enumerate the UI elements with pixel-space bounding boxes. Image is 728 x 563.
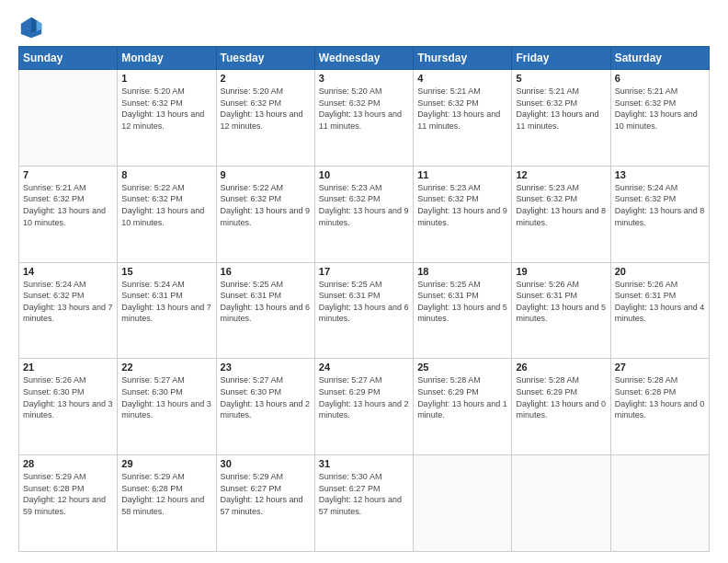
day-info: Sunrise: 5:24 AMSunset: 6:32 PMDaylight:… bbox=[23, 280, 113, 324]
day-info: Sunrise: 5:20 AMSunset: 6:32 PMDaylight:… bbox=[319, 86, 402, 131]
day-number: 16 bbox=[221, 266, 311, 277]
day-number: 18 bbox=[417, 266, 507, 277]
calendar-week-row: 28 Sunrise: 5:29 AMSunset: 6:28 PMDaylig… bbox=[19, 455, 710, 552]
weekday-header: Wednesday bbox=[314, 47, 413, 70]
day-info: Sunrise: 5:21 AMSunset: 6:32 PMDaylight:… bbox=[23, 183, 106, 227]
day-number: 13 bbox=[615, 169, 705, 180]
day-info: Sunrise: 5:26 AMSunset: 6:30 PMDaylight:… bbox=[23, 375, 113, 419]
header bbox=[18, 15, 710, 40]
day-number: 6 bbox=[615, 73, 705, 84]
logo-icon bbox=[18, 15, 44, 40]
calendar-cell: 26 Sunrise: 5:28 AMSunset: 6:29 PMDaylig… bbox=[512, 359, 610, 455]
calendar-cell: 31 Sunrise: 5:30 AMSunset: 6:27 PMDaylig… bbox=[314, 455, 413, 552]
day-info: Sunrise: 5:27 AMSunset: 6:30 PMDaylight:… bbox=[121, 375, 211, 419]
day-number: 27 bbox=[615, 362, 705, 373]
calendar-cell: 28 Sunrise: 5:29 AMSunset: 6:28 PMDaylig… bbox=[19, 455, 118, 552]
day-info: Sunrise: 5:27 AMSunset: 6:29 PMDaylight:… bbox=[319, 375, 409, 419]
day-number: 14 bbox=[23, 266, 113, 277]
day-number: 7 bbox=[23, 169, 113, 180]
day-number: 2 bbox=[221, 73, 311, 84]
calendar-cell: 24 Sunrise: 5:27 AMSunset: 6:29 PMDaylig… bbox=[314, 359, 413, 455]
day-number: 30 bbox=[221, 458, 311, 469]
day-info: Sunrise: 5:29 AMSunset: 6:27 PMDaylight:… bbox=[221, 472, 303, 516]
day-number: 22 bbox=[121, 362, 211, 373]
calendar-cell: 7 Sunrise: 5:21 AMSunset: 6:32 PMDayligh… bbox=[19, 166, 118, 262]
day-info: Sunrise: 5:26 AMSunset: 6:31 PMDaylight:… bbox=[615, 280, 705, 324]
calendar-cell bbox=[610, 455, 709, 552]
day-number: 31 bbox=[319, 458, 409, 469]
day-info: Sunrise: 5:29 AMSunset: 6:28 PMDaylight:… bbox=[23, 472, 106, 516]
page: SundayMondayTuesdayWednesdayThursdayFrid… bbox=[0, 0, 728, 563]
calendar-cell: 23 Sunrise: 5:27 AMSunset: 6:30 PMDaylig… bbox=[216, 359, 314, 455]
calendar-cell: 1 Sunrise: 5:20 AMSunset: 6:32 PMDayligh… bbox=[118, 70, 216, 167]
calendar-cell: 25 Sunrise: 5:28 AMSunset: 6:29 PMDaylig… bbox=[414, 359, 512, 455]
calendar-cell: 12 Sunrise: 5:23 AMSunset: 6:32 PMDaylig… bbox=[512, 166, 610, 262]
day-info: Sunrise: 5:21 AMSunset: 6:32 PMDaylight:… bbox=[516, 86, 598, 131]
calendar-cell: 15 Sunrise: 5:24 AMSunset: 6:31 PMDaylig… bbox=[118, 262, 216, 359]
day-number: 9 bbox=[221, 169, 311, 180]
weekday-header: Saturday bbox=[610, 47, 709, 70]
day-info: Sunrise: 5:24 AMSunset: 6:32 PMDaylight:… bbox=[615, 183, 705, 227]
calendar-cell: 17 Sunrise: 5:25 AMSunset: 6:31 PMDaylig… bbox=[314, 262, 413, 359]
day-info: Sunrise: 5:22 AMSunset: 6:32 PMDaylight:… bbox=[121, 183, 204, 227]
day-number: 24 bbox=[319, 362, 409, 373]
day-number: 20 bbox=[615, 266, 705, 277]
day-info: Sunrise: 5:25 AMSunset: 6:31 PMDaylight:… bbox=[221, 280, 311, 324]
calendar-cell bbox=[414, 455, 512, 552]
day-number: 19 bbox=[516, 266, 606, 277]
day-info: Sunrise: 5:23 AMSunset: 6:32 PMDaylight:… bbox=[319, 183, 409, 227]
day-number: 11 bbox=[417, 169, 507, 180]
day-info: Sunrise: 5:30 AMSunset: 6:27 PMDaylight:… bbox=[319, 472, 402, 516]
calendar-cell: 9 Sunrise: 5:22 AMSunset: 6:32 PMDayligh… bbox=[216, 166, 314, 262]
day-number: 12 bbox=[516, 169, 606, 180]
calendar-week-row: 21 Sunrise: 5:26 AMSunset: 6:30 PMDaylig… bbox=[19, 359, 710, 455]
weekday-header: Tuesday bbox=[216, 47, 314, 70]
calendar-cell: 5 Sunrise: 5:21 AMSunset: 6:32 PMDayligh… bbox=[512, 70, 610, 167]
day-info: Sunrise: 5:23 AMSunset: 6:32 PMDaylight:… bbox=[417, 183, 507, 227]
day-info: Sunrise: 5:21 AMSunset: 6:32 PMDaylight:… bbox=[615, 86, 698, 131]
day-number: 1 bbox=[121, 73, 211, 84]
day-number: 5 bbox=[516, 73, 606, 84]
day-info: Sunrise: 5:27 AMSunset: 6:30 PMDaylight:… bbox=[221, 375, 311, 419]
day-number: 17 bbox=[319, 266, 409, 277]
weekday-header: Friday bbox=[512, 47, 610, 70]
calendar-cell: 30 Sunrise: 5:29 AMSunset: 6:27 PMDaylig… bbox=[216, 455, 314, 552]
calendar-cell: 11 Sunrise: 5:23 AMSunset: 6:32 PMDaylig… bbox=[414, 166, 512, 262]
day-info: Sunrise: 5:28 AMSunset: 6:29 PMDaylight:… bbox=[516, 375, 606, 419]
day-number: 15 bbox=[121, 266, 211, 277]
calendar-cell: 27 Sunrise: 5:28 AMSunset: 6:28 PMDaylig… bbox=[610, 359, 709, 455]
day-info: Sunrise: 5:20 AMSunset: 6:32 PMDaylight:… bbox=[121, 86, 204, 131]
calendar-cell: 4 Sunrise: 5:21 AMSunset: 6:32 PMDayligh… bbox=[414, 70, 512, 167]
calendar-week-row: 7 Sunrise: 5:21 AMSunset: 6:32 PMDayligh… bbox=[19, 166, 710, 262]
day-number: 28 bbox=[23, 458, 113, 469]
day-info: Sunrise: 5:25 AMSunset: 6:31 PMDaylight:… bbox=[417, 280, 507, 324]
day-number: 4 bbox=[417, 73, 507, 84]
day-info: Sunrise: 5:29 AMSunset: 6:28 PMDaylight:… bbox=[121, 472, 204, 516]
day-info: Sunrise: 5:28 AMSunset: 6:28 PMDaylight:… bbox=[615, 375, 705, 419]
logo bbox=[18, 15, 48, 40]
calendar-cell: 3 Sunrise: 5:20 AMSunset: 6:32 PMDayligh… bbox=[314, 70, 413, 167]
weekday-header: Sunday bbox=[19, 47, 118, 70]
day-number: 23 bbox=[221, 362, 311, 373]
day-number: 25 bbox=[417, 362, 507, 373]
day-info: Sunrise: 5:21 AMSunset: 6:32 PMDaylight:… bbox=[417, 86, 500, 131]
calendar-cell: 6 Sunrise: 5:21 AMSunset: 6:32 PMDayligh… bbox=[610, 70, 709, 167]
calendar-week-row: 1 Sunrise: 5:20 AMSunset: 6:32 PMDayligh… bbox=[19, 70, 710, 167]
day-info: Sunrise: 5:24 AMSunset: 6:31 PMDaylight:… bbox=[121, 280, 211, 324]
calendar-cell: 8 Sunrise: 5:22 AMSunset: 6:32 PMDayligh… bbox=[118, 166, 216, 262]
day-info: Sunrise: 5:26 AMSunset: 6:31 PMDaylight:… bbox=[516, 280, 606, 324]
day-number: 3 bbox=[319, 73, 409, 84]
day-number: 8 bbox=[121, 169, 211, 180]
calendar-cell: 16 Sunrise: 5:25 AMSunset: 6:31 PMDaylig… bbox=[216, 262, 314, 359]
calendar-cell: 21 Sunrise: 5:26 AMSunset: 6:30 PMDaylig… bbox=[19, 359, 118, 455]
calendar-cell: 10 Sunrise: 5:23 AMSunset: 6:32 PMDaylig… bbox=[314, 166, 413, 262]
calendar-cell: 13 Sunrise: 5:24 AMSunset: 6:32 PMDaylig… bbox=[610, 166, 709, 262]
calendar-table: SundayMondayTuesdayWednesdayThursdayFrid… bbox=[18, 46, 710, 552]
day-info: Sunrise: 5:23 AMSunset: 6:32 PMDaylight:… bbox=[516, 183, 606, 227]
day-number: 10 bbox=[319, 169, 409, 180]
weekday-header: Thursday bbox=[414, 47, 512, 70]
calendar-cell: 14 Sunrise: 5:24 AMSunset: 6:32 PMDaylig… bbox=[19, 262, 118, 359]
calendar-cell: 29 Sunrise: 5:29 AMSunset: 6:28 PMDaylig… bbox=[118, 455, 216, 552]
calendar-cell bbox=[19, 70, 118, 167]
calendar-cell: 18 Sunrise: 5:25 AMSunset: 6:31 PMDaylig… bbox=[414, 262, 512, 359]
